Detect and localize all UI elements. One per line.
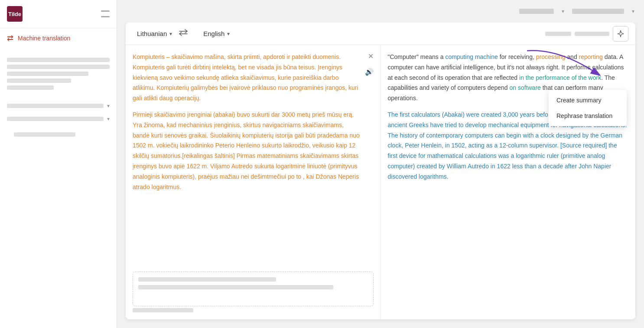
topbar-ph-2 <box>572 9 624 14</box>
topbar-chevron: ▾ <box>562 8 564 14</box>
topbar-ph-1 <box>519 9 554 14</box>
sidebar-ph-2 <box>7 65 110 69</box>
language-bar: Lithuanian ▾ English ▾ <box>126 23 635 45</box>
target-span-1f: reporting <box>579 53 603 60</box>
sidebar-bottom-ph-row <box>14 132 75 137</box>
sidebar-dropdown-row-1[interactable]: ▾ <box>0 99 117 112</box>
target-panel: "Computer" means a computing machine for… <box>381 45 636 319</box>
language-bar-actions <box>545 26 628 42</box>
sidebar-dropdown-ph-2 <box>7 117 104 121</box>
target-span-1b: computing machine <box>445 53 498 60</box>
clear-source-button[interactable]: ✕ <box>367 51 374 61</box>
source-lang-chevron-icon: ▾ <box>169 31 172 37</box>
source-panel: ✕ 🔊 Kompiuteris – skaičiavimo mašina, sk… <box>126 45 381 319</box>
topbar-chevron-2: ▾ <box>632 8 634 14</box>
sidebar-ph-4 <box>7 79 71 83</box>
tilde-logo: Tilde <box>7 6 23 22</box>
target-language-label: English <box>203 30 224 37</box>
sidebar-ph-1 <box>7 58 110 62</box>
source-text: Kompiuteris – skaičiavimo mašina, skirta… <box>133 52 374 192</box>
topbar: ▾ ▾ <box>117 0 644 23</box>
sidebar-dropdown-section-1: ▾ ▾ <box>0 99 117 125</box>
sidebar-item-machine-translation[interactable]: ⇄ Machine translation <box>0 28 117 48</box>
sidebar: Tilde ⇄ Machine translation ▾ ▾ <box>0 0 117 328</box>
source-span-2: Pirmieji skaičiavimo įrenginiai (abakai)… <box>133 111 360 190</box>
sidebar-dropdown-ph-1 <box>7 104 104 108</box>
translation-panels: ✕ 🔊 Kompiuteris – skaičiavimo mašina, sk… <box>126 45 635 319</box>
target-span-1a: "Computer" means a <box>388 53 446 60</box>
sparkle-button[interactable] <box>613 26 628 42</box>
action-ph-2 <box>575 32 609 36</box>
source-language-label: Lithuanian <box>137 30 167 37</box>
sidebar-ph-3 <box>7 72 88 76</box>
target-span-1e: and <box>565 53 579 60</box>
sidebar-placeholders <box>0 55 117 92</box>
chevron-down-icon-2: ▾ <box>107 116 110 122</box>
content-area: Lithuanian ▾ English ▾ <box>117 23 644 328</box>
source-bottom-ph <box>133 308 193 312</box>
input-ph-2 <box>138 285 333 289</box>
main-area: ▾ ▾ Lithuania <box>117 0 644 328</box>
source-paragraph-1: Kompiuteris – skaičiavimo mašina, skirta… <box>133 52 361 104</box>
sidebar-bottom-ph <box>7 130 110 139</box>
target-language-selector[interactable]: English ▾ <box>199 27 234 40</box>
target-span-1j: on software <box>509 84 540 91</box>
nav-label-machine-translation: Machine translation <box>18 35 70 42</box>
chevron-down-icon-1: ▾ <box>107 103 110 109</box>
sidebar-ph-5 <box>7 85 54 90</box>
swap-languages-button[interactable] <box>176 26 190 41</box>
source-language-selector[interactable]: Lithuanian ▾ <box>133 27 176 40</box>
translation-card: Lithuanian ▾ English ▾ <box>126 23 635 319</box>
source-input-box[interactable] <box>133 272 374 306</box>
target-span-1c: for receiving, <box>498 53 536 60</box>
rephrase-translation-item[interactable]: Rephrase translation <box>549 108 627 124</box>
target-lang-area: English ▾ <box>190 27 545 40</box>
sidebar-header: Tilde <box>0 0 117 28</box>
translate-icon: ⇄ <box>7 33 13 43</box>
audio-button[interactable]: 🔊 <box>364 67 374 77</box>
source-input-area <box>133 263 374 312</box>
target-span-1d: processing <box>536 53 566 60</box>
sidebar-toggle-button[interactable] <box>101 10 110 17</box>
input-ph-1 <box>138 277 276 282</box>
sparkle-dropdown-menu: Create summary Rephrase translation <box>549 90 627 126</box>
sidebar-dropdown-row-2[interactable]: ▾ <box>0 112 117 125</box>
create-summary-item[interactable]: Create summary <box>549 92 627 108</box>
source-span-1: Kompiuteris – skaičiavimo mašina, skirta… <box>133 53 358 102</box>
target-span-1h: in the performance of the work <box>519 74 601 81</box>
target-lang-chevron-icon: ▾ <box>227 31 230 37</box>
action-ph-1 <box>545 32 571 36</box>
source-paragraph-2: Pirmieji skaičiavimo įrenginiai (abakai)… <box>133 110 361 192</box>
